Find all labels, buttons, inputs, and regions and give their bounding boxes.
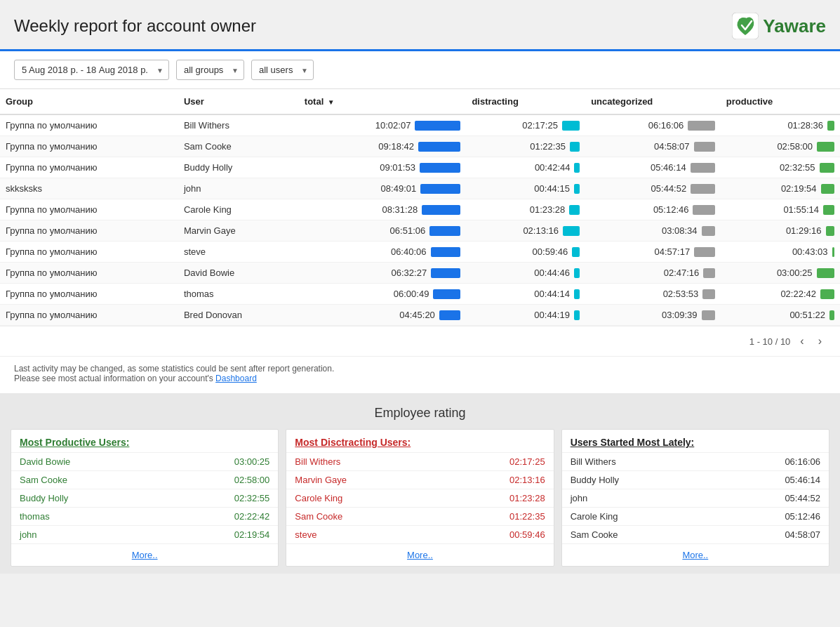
latest-panel-header[interactable]: Users Started Most Lately: xyxy=(562,430,829,452)
cell-uncategorized: 06:16:06 xyxy=(585,114,721,136)
rating-time: 05:46:14 xyxy=(785,475,820,485)
total-time: 09:01:53 xyxy=(380,162,415,173)
cell-group: Группа по умолчанию xyxy=(0,263,178,284)
cell-group: Группа по умолчанию xyxy=(0,220,178,242)
rating-name: john xyxy=(20,529,37,540)
table-body: Группа по умолчанию Bill Withers 10:02:0… xyxy=(0,114,840,326)
cell-distracting: 00:44:19 xyxy=(466,305,585,326)
productive-bar xyxy=(820,163,835,173)
rating-time: 03:00:25 xyxy=(234,456,270,467)
rating-name: Carole King xyxy=(295,493,342,503)
list-item: Carole King 01:23:28 xyxy=(286,489,553,507)
filters-bar: 5 Aug 2018 р. - 18 Aug 2018 р. ▼ all gro… xyxy=(0,51,840,89)
date-filter-wrapper: 5 Aug 2018 р. - 18 Aug 2018 р. ▼ xyxy=(14,60,169,80)
productive-more-link[interactable]: More.. xyxy=(132,550,158,560)
cell-user: thomas xyxy=(178,284,299,305)
productive-bar xyxy=(827,121,834,131)
distracting-bar xyxy=(574,289,580,299)
main-table: Group User total ▼ distracting uncategor… xyxy=(0,89,840,326)
total-bar xyxy=(418,142,460,152)
distracting-more-link[interactable]: More.. xyxy=(407,550,433,560)
col-group: Group xyxy=(0,89,178,114)
uncategorized-time: 02:53:53 xyxy=(663,289,699,299)
list-item: Sam Cooke 02:58:00 xyxy=(11,470,278,489)
cell-uncategorized: 03:09:39 xyxy=(585,305,721,326)
col-productive: productive xyxy=(721,89,840,114)
cell-user: john xyxy=(178,178,299,199)
cell-distracting: 01:22:35 xyxy=(466,136,585,157)
cell-distracting: 00:42:44 xyxy=(466,157,585,178)
distracting-bar xyxy=(574,163,580,173)
distracting-time: 00:42:44 xyxy=(535,162,571,173)
distracting-time: 00:44:14 xyxy=(534,289,570,299)
productive-bar xyxy=(821,184,835,194)
cell-user: Buddy Holly xyxy=(178,157,299,178)
productive-panel-header[interactable]: Most Productive Users: xyxy=(11,430,278,452)
uncategorized-bar xyxy=(688,121,715,131)
productive-bar xyxy=(817,142,834,152)
rating-name: john xyxy=(571,493,588,503)
cell-group: Группа по умолчанию xyxy=(0,157,178,178)
distracting-panel-header[interactable]: Most Disctracting Users: xyxy=(286,430,553,452)
uncategorized-time: 05:12:46 xyxy=(653,204,689,215)
cell-productive: 02:19:54 xyxy=(721,178,840,199)
uncategorized-bar xyxy=(702,289,715,299)
total-bar xyxy=(420,163,461,173)
list-item: Bill Withers 06:16:06 xyxy=(562,452,829,470)
distracting-time: 00:59:46 xyxy=(533,246,568,257)
date-range-select[interactable]: 5 Aug 2018 р. - 18 Aug 2018 р. xyxy=(14,60,169,80)
cell-user: Bred Donovan xyxy=(178,305,299,326)
distracting-bar xyxy=(574,184,580,194)
list-item: Buddy Holly 05:46:14 xyxy=(562,470,829,489)
rating-name: Buddy Holly xyxy=(20,493,68,503)
col-total[interactable]: total ▼ xyxy=(299,89,467,114)
list-item: john 05:44:52 xyxy=(562,489,829,507)
cell-productive: 03:00:25 xyxy=(721,263,840,284)
rating-time: 02:32:55 xyxy=(234,493,270,503)
cell-productive: 01:55:14 xyxy=(721,199,840,220)
cell-distracting: 00:44:15 xyxy=(466,178,585,199)
cell-distracting: 00:44:46 xyxy=(466,263,585,284)
uncategorized-time: 02:47:16 xyxy=(664,268,700,278)
productive-time: 02:32:55 xyxy=(780,162,815,173)
footer-note: Last activity may be changed, as some st… xyxy=(0,356,840,393)
uncategorized-time: 03:09:39 xyxy=(662,310,698,320)
total-time: 06:32:27 xyxy=(392,268,427,278)
productive-bar xyxy=(817,268,835,278)
cell-productive: 02:22:42 xyxy=(721,284,840,305)
rating-name: steve xyxy=(295,529,316,540)
logo-text: Yaware xyxy=(763,15,826,37)
table-row: Группа по умолчанию Marvin Gaye 06:51:06… xyxy=(0,220,840,242)
productive-list: David Bowie 03:00:25 Sam Cooke 02:58:00 … xyxy=(11,452,278,543)
users-filter-wrapper: all users ▼ xyxy=(251,60,314,80)
logo: Yaware xyxy=(732,13,826,39)
page-title: Weekly report for account owner xyxy=(14,16,256,36)
total-time: 04:45:20 xyxy=(399,310,435,320)
productive-time: 00:51:22 xyxy=(789,310,825,320)
total-bar xyxy=(415,121,460,131)
distracting-bar xyxy=(563,226,580,236)
footer-line1: Last activity may be changed, as some st… xyxy=(14,364,826,374)
table-row: Группа по умолчанию thomas 06:00:49 00:4… xyxy=(0,284,840,305)
dashboard-link[interactable]: Dashboard xyxy=(215,374,257,383)
cell-total: 06:40:06 xyxy=(299,242,467,263)
groups-filter-wrapper: all groups ▼ xyxy=(176,60,244,80)
cell-uncategorized: 04:57:17 xyxy=(585,242,721,263)
groups-select[interactable]: all groups xyxy=(176,60,244,80)
total-time: 06:00:49 xyxy=(394,289,429,299)
cell-distracting: 00:44:14 xyxy=(466,284,585,305)
productive-bar xyxy=(820,289,834,299)
latest-more-link[interactable]: More.. xyxy=(682,550,708,560)
cell-distracting: 01:23:28 xyxy=(466,199,585,220)
uncategorized-time: 04:58:07 xyxy=(654,141,690,152)
rating-name: Bill Withers xyxy=(295,456,340,467)
cell-uncategorized: 05:46:14 xyxy=(585,157,721,178)
cell-group: Группа по умолчанию xyxy=(0,114,178,136)
pagination-prev-button[interactable]: ‹ xyxy=(796,334,808,349)
users-select[interactable]: all users xyxy=(251,60,314,80)
distracting-list: Bill Withers 02:17:25 Marvin Gaye 02:13:… xyxy=(286,452,553,543)
cell-total: 06:32:27 xyxy=(299,263,467,284)
list-item: john 02:19:54 xyxy=(11,525,278,543)
list-item: Marvin Gaye 02:13:16 xyxy=(286,470,553,489)
pagination-next-button[interactable]: › xyxy=(814,334,826,349)
